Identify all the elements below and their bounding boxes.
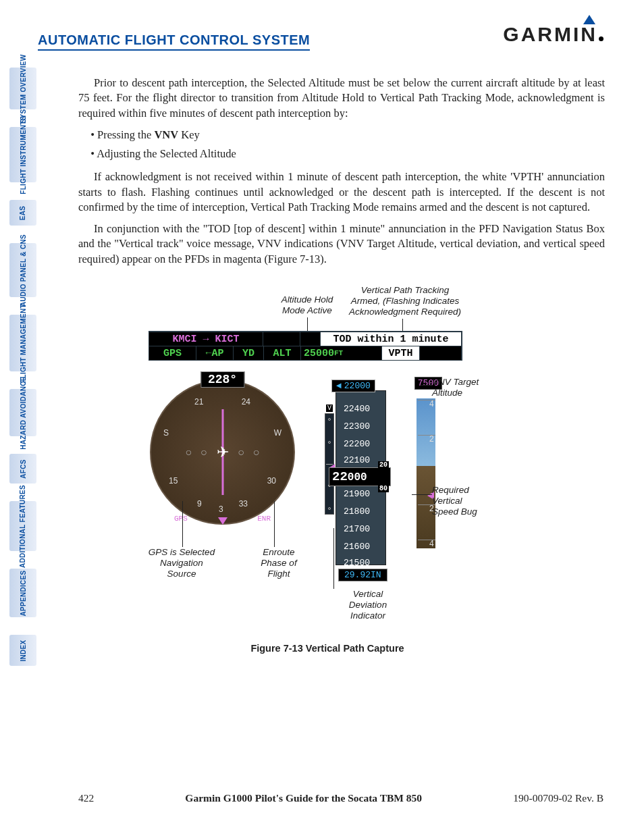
vpth-annunciation: VPTH — [382, 346, 420, 360]
altitude-tick: 22400 — [344, 404, 370, 414]
tod-message: TOD within 1 minute — [321, 332, 462, 346]
side-tab[interactable]: AUDIO PANEL & CNS — [9, 243, 36, 297]
current-altitude: 22000 20 80 — [329, 467, 391, 486]
bullet-1: Pressing the VNV Key — [78, 128, 605, 142]
side-tab[interactable]: FLIGHT MANAGEMENT — [9, 315, 36, 371]
hsi-display: GPS ENR ✈ ○○ ○○ 21 24 W 30 33 S 15 3 9 2… — [150, 380, 295, 525]
paragraph-1: Prior to descent path interception, the … — [78, 76, 605, 121]
footer-rev: 190-00709-02 Rev. B — [513, 792, 603, 804]
brand-logo: GARMIN — [503, 23, 603, 46]
altitude-tick: 21500 — [344, 558, 370, 568]
side-tab[interactable]: APPENDICES — [9, 569, 36, 617]
side-tab[interactable]: HAZARD AVOIDANCE — [9, 389, 36, 436]
annot-vdi: VerticalDeviationIndicator — [331, 589, 405, 622]
bullet-2: Adjusting the Selected Altitude — [78, 147, 605, 161]
annot-vnv-target: VNV TargetAltitude — [432, 377, 500, 398]
figure-caption: Figure 7-13 Vertical Path Capture — [142, 643, 513, 654]
hsi-gps-label: GPS — [174, 515, 188, 523]
altitude-tick: 21700 — [344, 524, 370, 534]
selected-altitude-bug: ◄22000 — [331, 380, 375, 392]
page-footer: 422 Garmin G1000 Pilot's Guide for the S… — [78, 792, 603, 804]
side-tab[interactable]: EAS — [9, 200, 36, 226]
paragraph-2: If acknowledgment is not received within… — [78, 170, 605, 215]
body-content: Prior to descent path interception, the … — [78, 76, 605, 273]
baro-setting: 29.92IN — [338, 569, 387, 581]
footer-title: Garmin G1000 Pilot's Guide for the Socat… — [185, 792, 422, 804]
annot-required-vs: RequiredVerticalSpeed Bug — [432, 485, 500, 518]
side-tab[interactable]: AFCS — [9, 454, 36, 484]
annot-enroute: EnroutePhase ofFlight — [242, 547, 316, 580]
yd-indicator: YD — [234, 346, 264, 360]
altitude-tick: 22100 — [344, 455, 370, 465]
ap-indicator: ←AP — [196, 346, 234, 360]
route-cell: KMCI → KICT — [149, 332, 263, 346]
alt-value: 25000FT — [301, 346, 382, 360]
alt-mode: ALT — [264, 346, 301, 360]
side-tab[interactable]: INDEX — [9, 635, 36, 666]
nav-src-gps: GPS — [149, 346, 196, 360]
side-tab[interactable]: ADDITIONAL FEATURES — [9, 501, 36, 551]
hsi-enr-label: ENR — [257, 515, 271, 523]
heading-readout: 228° — [200, 371, 244, 388]
section-title: AUTOMATIC FLIGHT CONTROL SYSTEM — [38, 32, 310, 51]
annot-alt-hold: Altitude HoldMode Active — [267, 294, 348, 316]
annot-vpth-armed: Vertical Path TrackingArmed, (Flashing I… — [344, 285, 466, 318]
paragraph-3: In conjunction with the "TOD [top of des… — [78, 221, 605, 267]
annot-gps-src: GPS is SelectedNavigationSource — [138, 547, 225, 580]
altitude-tick: 21800 — [344, 506, 370, 517]
page-number: 422 — [78, 792, 94, 804]
side-tab[interactable]: FLIGHT INSTRUMENTS — [9, 127, 36, 182]
side-tab[interactable]: SYSTEM OVERVIEW — [9, 68, 36, 109]
altitude-tick: 21600 — [344, 542, 370, 552]
altitude-tape: V ◄22000 7500 22400223002220022100219002… — [326, 380, 421, 579]
vertical-deviation-indicator: V — [325, 413, 334, 515]
track-bug-icon — [218, 517, 227, 525]
altitude-tick: 22300 — [344, 421, 370, 432]
nav-status-strip: KMCI → KICT TOD within 1 minute GPS ←AP … — [149, 331, 462, 361]
side-tabs: SYSTEM OVERVIEWFLIGHT INSTRUMENTSEASAUDI… — [9, 68, 36, 683]
vertical-speed-scale: 4 2 2 4 — [418, 400, 435, 548]
altitude-tick: 21900 — [344, 489, 370, 499]
brand-triangle-icon — [583, 15, 595, 24]
altitude-tick: 22200 — [344, 439, 370, 449]
